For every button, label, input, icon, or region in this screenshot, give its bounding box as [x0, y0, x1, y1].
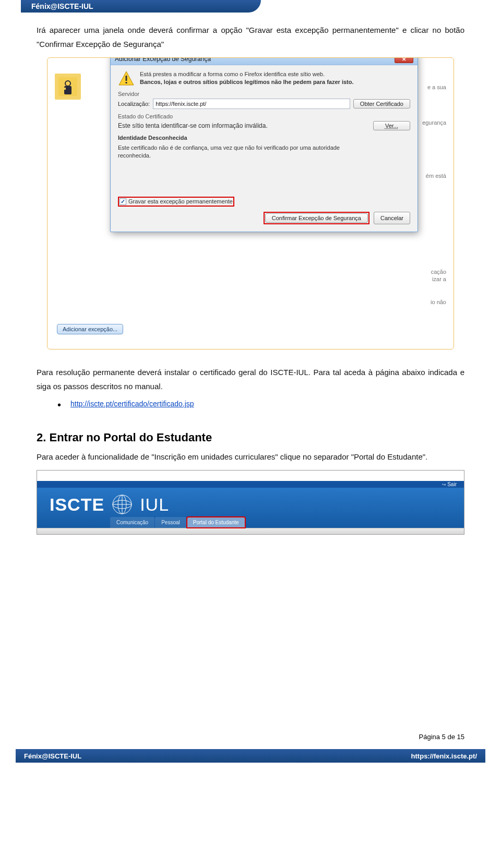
section-2-heading: 2. Entrar no Portal do Estudante: [37, 431, 464, 444]
logo-globe-icon: [111, 493, 134, 516]
svg-rect-3: [63, 88, 66, 90]
tab-comunicacao[interactable]: Comunicação: [110, 517, 154, 528]
bg-text: ém está: [426, 173, 446, 179]
logo-part-b: IUL: [140, 495, 169, 514]
iscte-logo: ISCTE: [50, 495, 104, 515]
link-bullet-row: • http://iscte.pt/certificado/certificad…: [57, 400, 464, 410]
background-warning-panel: e a sua egurança ém está cação izar a io…: [47, 57, 454, 349]
portal-tabs: Comunicação Pessoal Portal do Estudante: [37, 517, 464, 528]
dialog-title: Adicionar Excepção de Segurança: [115, 57, 211, 63]
bg-text: e a sua: [427, 84, 446, 90]
bg-text: io não: [431, 299, 446, 305]
header-title: Fénix@ISCTE-IUL: [31, 2, 93, 10]
page-content: Irá aparecer uma janela onde deverá conf…: [0, 13, 501, 556]
security-exception-dialog: Adicionar Excepção de Segurança ✕ Está p…: [110, 57, 418, 232]
bg-text: egurança: [422, 119, 446, 126]
view-certificate-button[interactable]: Ver...: [373, 121, 410, 130]
cert-state-text: Este sítio tenta identificar-se com info…: [118, 122, 268, 129]
page-number: Página 5 de 15: [37, 733, 464, 741]
footer-left: Fénix@ISCTE-IUL: [24, 752, 81, 760]
svg-rect-6: [126, 82, 127, 83]
server-section-label: Servidor: [118, 91, 410, 97]
close-icon[interactable]: ✕: [395, 57, 413, 63]
bg-text: cação: [431, 269, 446, 275]
dialog-titlebar: Adicionar Excepção de Segurança ✕: [111, 57, 418, 65]
section-2-paragraph: Para aceder à funcionalidade de "Inscriç…: [37, 450, 464, 464]
bg-text: izar a: [432, 276, 446, 282]
iscte-portal-screenshot: Sair ISCTE IUL: [37, 470, 464, 535]
location-label: Localização:: [118, 101, 150, 107]
add-exception-button[interactable]: Adicionar excepção...: [57, 324, 123, 334]
svg-rect-2: [64, 86, 71, 94]
tab-portal-estudante[interactable]: Portal do Estudante: [187, 517, 245, 528]
intro-paragraph: Irá aparecer uma janela onde deverá conf…: [37, 23, 464, 51]
alert-text: Está prestes a modificar a forma como o …: [140, 70, 354, 87]
cert-state-section-label: Estado do Certificado: [118, 113, 410, 119]
iul-logo: IUL: [140, 495, 169, 515]
logout-link[interactable]: Sair: [442, 481, 457, 487]
resolution-paragraph: Para resolução permanente deverá instala…: [37, 365, 464, 393]
svg-rect-5: [126, 76, 127, 81]
save-exception-checkbox[interactable]: ✓: [120, 198, 126, 205]
tab-pessoal[interactable]: Pessoal: [155, 517, 186, 528]
cancel-button[interactable]: Cancelar: [374, 212, 410, 224]
guard-icon: [55, 74, 81, 100]
confirm-exception-button[interactable]: Confirmar Excepção de Segurança: [265, 213, 368, 223]
page-header: Fénix@ISCTE-IUL: [21, 0, 261, 13]
logout-bar: Sair: [37, 481, 464, 488]
page-footer: Página 5 de 15: [0, 733, 501, 747]
get-certificate-button[interactable]: Obter Certificado: [353, 99, 410, 108]
logo-part-a: ISCTE: [50, 495, 104, 514]
alert-line2: Bancos, lojas e outros sítios públicos l…: [140, 79, 354, 85]
save-exception-label: Gravar esta excepção permanentemente: [128, 198, 233, 204]
footer-right: https://fenix.iscte.pt/: [411, 752, 477, 760]
security-dialog-screenshot: e a sua egurança ém está cação izar a io…: [47, 57, 454, 349]
warning-icon: [118, 70, 135, 86]
bullet-icon: •: [57, 400, 61, 410]
identity-text: Este certificado não é de confiança, uma…: [118, 144, 342, 160]
sub-banner-bar: [37, 528, 464, 534]
certificate-link[interactable]: http://iscte.pt/certificado/certificado.…: [70, 400, 194, 408]
alert-line1: Está prestes a modificar a forma como o …: [140, 70, 354, 78]
identity-title: Identidade Desconhecida: [118, 135, 410, 141]
footer-bar: Fénix@ISCTE-IUL https://fenix.iscte.pt/: [16, 749, 485, 763]
location-input[interactable]: [153, 99, 350, 109]
